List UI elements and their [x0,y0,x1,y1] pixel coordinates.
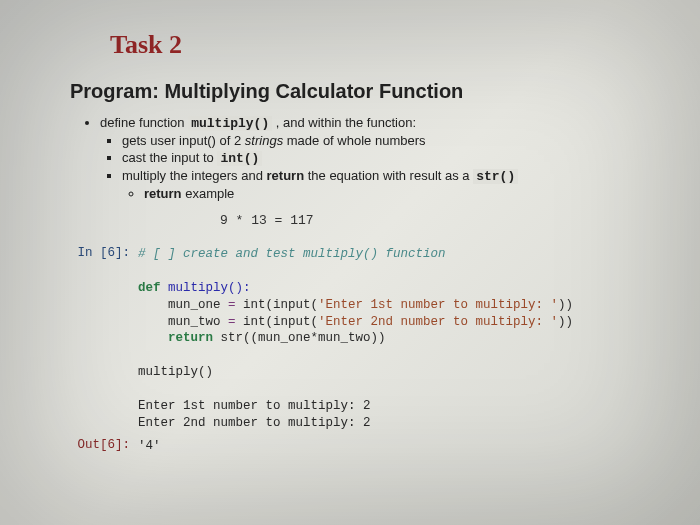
line-mun2a: mun_two [138,315,228,329]
example-equation: 9 * 13 = 117 [220,213,660,228]
op-eq: = [228,298,236,312]
str1: 'Enter 1st number to multiply: ' [318,298,558,312]
bullet-define: define function multiply() , and within … [100,115,660,201]
line-mun1b: int(input( [236,298,319,312]
em-strings: strings [245,133,283,148]
line-mun1c: )) [558,298,573,312]
bold-return: return [267,168,305,183]
def-name: multiply(): [161,281,251,295]
text: gets user input() of 2 [122,133,245,148]
task-title: Task 2 [110,30,660,60]
text: multiply the integers and [122,168,267,183]
in-prompt: In [6]: [70,246,138,260]
code-int: int() [217,151,262,166]
instruction-list: define function multiply() , and within … [100,115,660,201]
line-mun2c: )) [558,315,573,329]
op-eq2: = [228,315,236,329]
bullet-input: gets user input() of 2 strings made of w… [122,133,660,148]
code-multiply: multiply() [188,116,272,131]
out-prompt: Out[6]: [70,438,138,452]
ret-body: str((mun_one*mun_two)) [213,331,386,345]
bullet-cast: cast the input to int() [122,150,660,166]
program-title: Program: Multiplying Calculator Function [70,80,660,103]
line-mun1a: mun_one [138,298,228,312]
code-comment: # [ ] create and test multiply() functio… [138,247,446,261]
notebook-cell: In [6]: # [ ] create and test multiply()… [70,246,660,455]
text: the equation with result as a [304,168,473,183]
bold-return2: return [144,186,182,201]
text: cast the input to [122,150,217,165]
code-str: str() [473,169,518,184]
text: , and within the function: [272,115,416,130]
call-line: multiply() [138,365,213,379]
out-body: '4' [138,438,660,455]
text: example [182,186,235,201]
stdout2: Enter 2nd number to multiply: 2 [138,416,371,430]
text: define function [100,115,188,130]
line-mun2b: int(input( [236,315,319,329]
code-body: # [ ] create and test multiply() functio… [138,246,660,432]
stdout1: Enter 1st number to multiply: 2 [138,399,371,413]
kw-return: return [138,331,213,345]
bullet-return: multiply the integers and return the equ… [122,168,660,201]
bullet-return-example: return example [144,186,660,201]
kw-def: def [138,281,161,295]
text: made of whole numbers [283,133,425,148]
str2: 'Enter 2nd number to multiply: ' [318,315,558,329]
